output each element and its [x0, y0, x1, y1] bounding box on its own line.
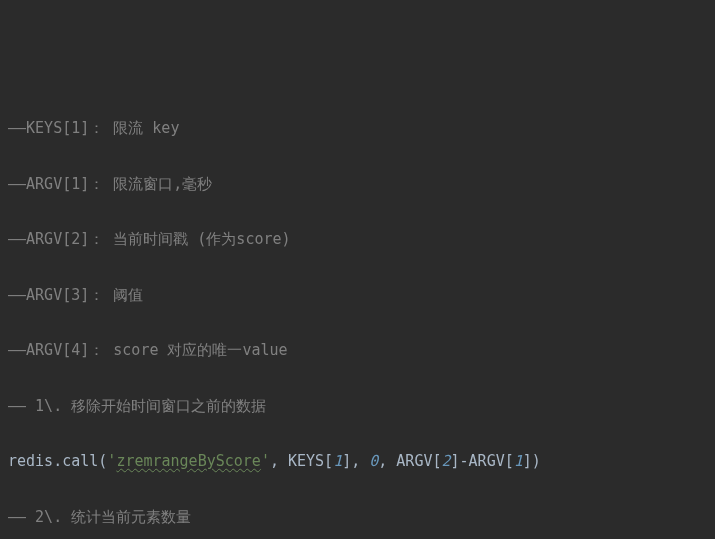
- comment: ——KEYS[1]： 限流 key: [8, 119, 179, 137]
- code-line: ——KEYS[1]： 限流 key: [8, 115, 707, 143]
- code-line: ——ARGV[2]： 当前时间戳 (作为score): [8, 226, 707, 254]
- token: .: [53, 452, 62, 470]
- comment: ——ARGV[4]： score 对应的唯一value: [8, 341, 288, 359]
- token: ],: [342, 452, 369, 470]
- comment: ——ARGV[2]： 当前时间戳 (作为score): [8, 230, 291, 248]
- code-line: —— 2\. 统计当前元素数量: [8, 504, 707, 532]
- number: 2: [442, 452, 451, 470]
- string-literal: zremrangeByScore: [116, 452, 261, 470]
- number: 0: [369, 452, 378, 470]
- token: redis: [8, 452, 53, 470]
- code-line: redis.call('zremrangeByScore', KEYS[1], …: [8, 448, 707, 476]
- number: 1: [333, 452, 342, 470]
- token: ]): [523, 452, 541, 470]
- token: , ARGV[: [378, 452, 441, 470]
- comment: —— 2\. 统计当前元素数量: [8, 508, 191, 526]
- code-line: ——ARGV[3]： 阈值: [8, 282, 707, 310]
- code-line: ——ARGV[1]： 限流窗口,毫秒: [8, 171, 707, 199]
- token: , KEYS[: [270, 452, 333, 470]
- code-line: —— 1\. 移除开始时间窗口之前的数据: [8, 393, 707, 421]
- token: ': [261, 452, 270, 470]
- token: (: [98, 452, 107, 470]
- token: ]-ARGV[: [451, 452, 514, 470]
- number: 1: [514, 452, 523, 470]
- token: call: [62, 452, 98, 470]
- comment: ——ARGV[3]： 阈值: [8, 286, 143, 304]
- code-line: ——ARGV[4]： score 对应的唯一value: [8, 337, 707, 365]
- comment: ——ARGV[1]： 限流窗口,毫秒: [8, 175, 212, 193]
- comment: —— 1\. 移除开始时间窗口之前的数据: [8, 397, 266, 415]
